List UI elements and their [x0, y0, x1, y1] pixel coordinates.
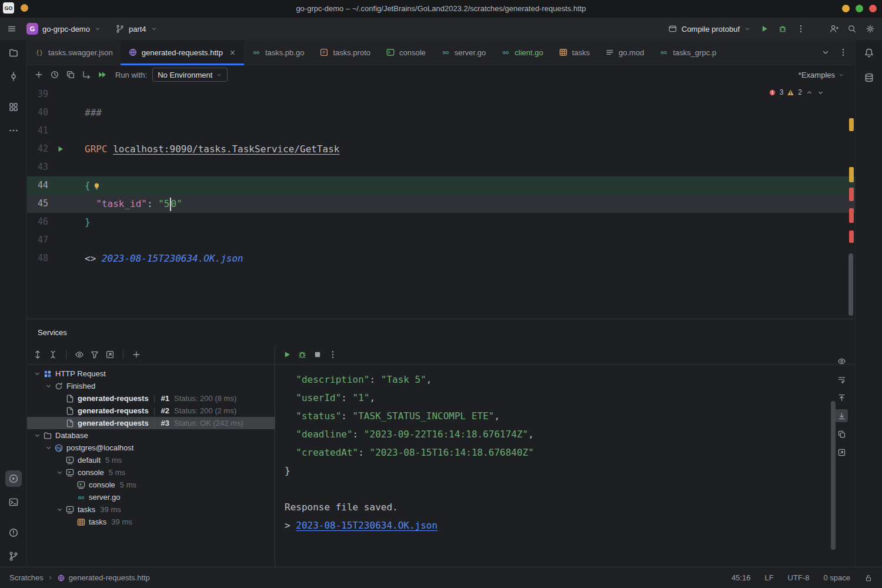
version-control-tool-button[interactable]	[5, 548, 22, 564]
chevron-down-icon[interactable]	[43, 382, 54, 390]
project-widget[interactable]: G go-grpc-demo	[22, 21, 105, 36]
tree-row-generated-requests[interactable]: generated-requests#3Status: OK (242 ms)	[27, 417, 275, 429]
rerun-request-icon[interactable]	[282, 350, 292, 359]
tab-tasks[interactable]: tasks	[551, 40, 597, 65]
chevron-down-icon[interactable]	[32, 370, 43, 377]
expand-all-icon[interactable]	[33, 350, 42, 359]
lock-open-icon[interactable]	[864, 574, 873, 582]
database-tool-button[interactable]	[861, 69, 877, 86]
editor-scrollbar[interactable]	[848, 253, 853, 316]
response-file-link[interactable]: 2023-08-15T230634.OK.json	[102, 253, 243, 264]
scroll-to-top-icon[interactable]	[835, 391, 848, 404]
copy-response-icon[interactable]	[835, 427, 848, 440]
tab-tasks.proto[interactable]: Ptasks.proto	[312, 40, 378, 65]
saved-response-link[interactable]: 2023-08-15T230634.OK.json	[296, 520, 437, 531]
more-actions-icon[interactable]	[796, 24, 806, 34]
run-button[interactable]	[760, 24, 769, 34]
services-tool-button[interactable]	[5, 470, 22, 487]
debug-button[interactable]	[778, 24, 787, 34]
maximize-button[interactable]	[856, 5, 863, 12]
console-scrollbar[interactable]	[831, 401, 836, 550]
stop-icon[interactable]	[313, 350, 322, 359]
settings-gear-icon[interactable]	[866, 24, 875, 34]
minimize-button[interactable]	[842, 5, 850, 12]
previous-problem-icon[interactable]	[806, 89, 813, 96]
structure-tool-button[interactable]	[5, 99, 22, 115]
file-encoding[interactable]: UTF-8	[788, 573, 810, 582]
tree-row-tasks[interactable]: tasks39 ms	[27, 503, 275, 516]
plus-icon[interactable]	[132, 350, 141, 359]
tree-row-generated-requests[interactable]: generated-requests#2Status: 200 (2 ms)	[27, 405, 275, 417]
copy-request-icon[interactable]	[66, 70, 75, 79]
close-button[interactable]	[869, 5, 877, 12]
soft-wrap-icon[interactable]	[835, 373, 848, 386]
open-new-icon[interactable]	[105, 350, 115, 359]
vcs-branch-widget[interactable]: part4	[111, 22, 162, 35]
preview-icon[interactable]	[835, 355, 848, 368]
problems-tool-button[interactable]	[5, 524, 22, 541]
code-with-me-icon[interactable]	[829, 24, 838, 34]
commit-tool-button[interactable]	[5, 68, 22, 85]
breadcrumb-root[interactable]: Scratches	[9, 573, 44, 582]
examples-dropdown[interactable]: *Examples	[799, 71, 844, 79]
terminal-tool-button[interactable]	[5, 494, 22, 510]
run-request-icon[interactable]	[56, 145, 65, 153]
notifications-tool-button[interactable]	[861, 45, 877, 61]
project-tool-button[interactable]	[5, 45, 22, 61]
tree-row-Database[interactable]: Database	[27, 429, 275, 442]
chevron-down-icon[interactable]	[32, 432, 43, 439]
tree-row-Finished[interactable]: Finished	[27, 380, 275, 392]
history-icon[interactable]	[50, 70, 59, 79]
main-menu-icon[interactable]	[7, 24, 16, 34]
tree-row-server.go[interactable]: GOserver.go	[27, 491, 275, 503]
console-output[interactable]: "description": "Task 5", "userId": "1", …	[275, 365, 855, 567]
run-configuration-select[interactable]: Compile protobuf	[668, 24, 751, 34]
add-request-icon[interactable]	[34, 70, 44, 79]
open-in-editor-icon[interactable]	[835, 446, 848, 459]
chevron-down-icon[interactable]	[54, 469, 65, 476]
tree-row-HTTP Request[interactable]: HTTP Request	[27, 368, 275, 380]
chevron-down-icon[interactable]	[54, 506, 65, 513]
hidden-tabs-icon[interactable]	[821, 48, 830, 57]
filter-icon[interactable]	[90, 350, 99, 359]
error-stripe-mark[interactable]	[849, 188, 854, 201]
tab-close-icon[interactable]	[229, 49, 236, 56]
chevron-down-icon[interactable]	[43, 444, 54, 452]
eye-icon[interactable]	[75, 350, 84, 359]
tab-tasks.swagger.json[interactable]: {}tasks.swagger.json	[27, 40, 121, 65]
tab-generated-requests.http[interactable]: generated-requests.http	[121, 40, 244, 65]
tree-row-console[interactable]: console5 ms	[27, 479, 275, 491]
error-stripe-mark[interactable]	[849, 230, 854, 243]
breadcrumb-file[interactable]: generated-requests.http	[69, 573, 150, 582]
scroll-to-end-icon[interactable]	[835, 409, 848, 422]
search-everywhere-icon[interactable]	[847, 24, 857, 34]
tree-row-postgres@localhost[interactable]: Pgpostgres@localhost	[27, 442, 275, 454]
tab-tasks_grpc.p[interactable]: GOtasks_grpc.p	[652, 40, 724, 65]
tab-go.mod[interactable]: go.mod	[597, 40, 652, 65]
error-stripe-mark[interactable]	[849, 208, 854, 223]
inspection-widget[interactable]: 3 2	[769, 88, 824, 96]
more-options-icon[interactable]	[328, 350, 338, 359]
tab-server.go[interactable]: GOserver.go	[433, 40, 493, 65]
debug-request-icon[interactable]	[298, 350, 307, 359]
tab-tasks.pb.go[interactable]: GOtasks.pb.go	[244, 40, 312, 65]
tab-client.go[interactable]: GOclient.go	[493, 40, 550, 65]
request-url[interactable]: localhost:9090/tasks.TaskService/GetTask	[113, 143, 339, 155]
run-all-icon[interactable]	[98, 70, 107, 79]
next-problem-icon[interactable]	[817, 89, 824, 96]
tree-row-tasks[interactable]: tasks39 ms	[27, 516, 275, 528]
tree-row-default[interactable]: default5 ms	[27, 454, 275, 466]
editor[interactable]: 3940###4142GRPC localhost:9090/tasks.Tas…	[27, 84, 855, 319]
warning-stripe-mark[interactable]	[849, 118, 854, 131]
caret-position[interactable]: 45:16	[731, 573, 751, 582]
more-tools-tool-button[interactable]	[5, 122, 22, 139]
tab-console[interactable]: console	[378, 40, 433, 65]
indent-style[interactable]: 0 space	[823, 573, 850, 582]
tree-row-generated-requests[interactable]: generated-requests#1Status: 200 (8 ms)	[27, 392, 275, 405]
tree-row-console[interactable]: console5 ms	[27, 466, 275, 479]
line-separator[interactable]: LF	[764, 573, 773, 582]
tab-options-icon[interactable]	[838, 48, 848, 57]
convert-curl-icon[interactable]	[82, 70, 91, 79]
intention-bulb-icon[interactable]	[92, 182, 101, 191]
collapse-all-icon[interactable]	[48, 350, 58, 359]
